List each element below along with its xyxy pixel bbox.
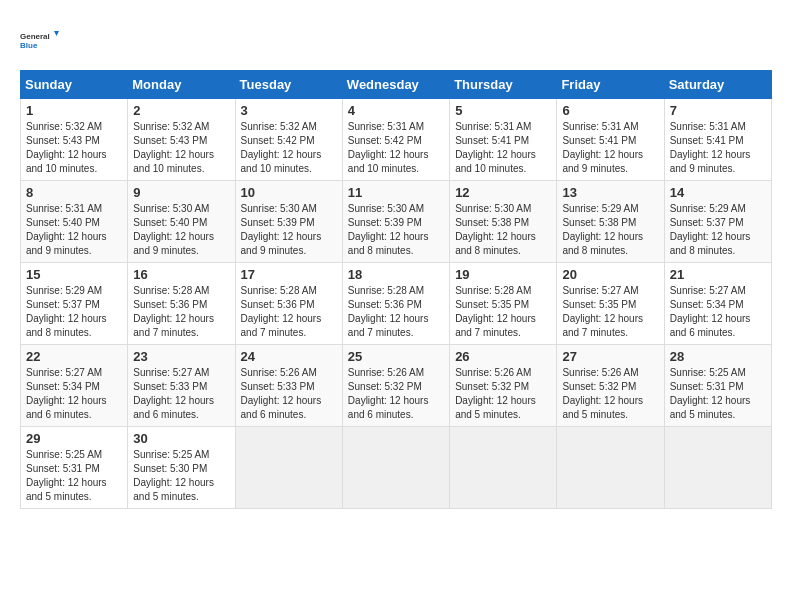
day-number: 12	[455, 185, 551, 200]
day-number: 18	[348, 267, 444, 282]
day-number: 4	[348, 103, 444, 118]
logo: General Blue	[20, 20, 60, 60]
calendar-cell: 8 Sunrise: 5:31 AM Sunset: 5:40 PM Dayli…	[21, 181, 128, 263]
calendar-cell: 29 Sunrise: 5:25 AM Sunset: 5:31 PM Dayl…	[21, 427, 128, 509]
day-number: 10	[241, 185, 337, 200]
weekday-header-saturday: Saturday	[664, 71, 771, 99]
day-number: 14	[670, 185, 766, 200]
weekday-header-sunday: Sunday	[21, 71, 128, 99]
calendar-cell: 21 Sunrise: 5:27 AM Sunset: 5:34 PM Dayl…	[664, 263, 771, 345]
day-number: 17	[241, 267, 337, 282]
calendar-cell: 11 Sunrise: 5:30 AM Sunset: 5:39 PM Dayl…	[342, 181, 449, 263]
day-number: 25	[348, 349, 444, 364]
calendar-cell: 19 Sunrise: 5:28 AM Sunset: 5:35 PM Dayl…	[450, 263, 557, 345]
calendar-cell	[450, 427, 557, 509]
day-number: 15	[26, 267, 122, 282]
svg-text:General: General	[20, 32, 50, 41]
day-info: Sunrise: 5:25 AM Sunset: 5:31 PM Dayligh…	[26, 448, 122, 504]
day-number: 20	[562, 267, 658, 282]
day-info: Sunrise: 5:26 AM Sunset: 5:33 PM Dayligh…	[241, 366, 337, 422]
day-info: Sunrise: 5:28 AM Sunset: 5:36 PM Dayligh…	[133, 284, 229, 340]
day-info: Sunrise: 5:31 AM Sunset: 5:41 PM Dayligh…	[670, 120, 766, 176]
calendar-cell: 5 Sunrise: 5:31 AM Sunset: 5:41 PM Dayli…	[450, 99, 557, 181]
day-info: Sunrise: 5:26 AM Sunset: 5:32 PM Dayligh…	[348, 366, 444, 422]
weekday-header-thursday: Thursday	[450, 71, 557, 99]
calendar-cell	[235, 427, 342, 509]
calendar-cell: 24 Sunrise: 5:26 AM Sunset: 5:33 PM Dayl…	[235, 345, 342, 427]
day-info: Sunrise: 5:31 AM Sunset: 5:41 PM Dayligh…	[562, 120, 658, 176]
calendar-cell: 9 Sunrise: 5:30 AM Sunset: 5:40 PM Dayli…	[128, 181, 235, 263]
day-info: Sunrise: 5:29 AM Sunset: 5:38 PM Dayligh…	[562, 202, 658, 258]
day-number: 19	[455, 267, 551, 282]
logo-svg: General Blue	[20, 20, 60, 60]
day-number: 27	[562, 349, 658, 364]
calendar-cell: 18 Sunrise: 5:28 AM Sunset: 5:36 PM Dayl…	[342, 263, 449, 345]
weekday-header-monday: Monday	[128, 71, 235, 99]
day-info: Sunrise: 5:32 AM Sunset: 5:43 PM Dayligh…	[133, 120, 229, 176]
calendar-cell: 12 Sunrise: 5:30 AM Sunset: 5:38 PM Dayl…	[450, 181, 557, 263]
weekday-row: SundayMondayTuesdayWednesdayThursdayFrid…	[21, 71, 772, 99]
calendar-cell: 14 Sunrise: 5:29 AM Sunset: 5:37 PM Dayl…	[664, 181, 771, 263]
day-number: 16	[133, 267, 229, 282]
calendar-week-2: 8 Sunrise: 5:31 AM Sunset: 5:40 PM Dayli…	[21, 181, 772, 263]
day-number: 26	[455, 349, 551, 364]
calendar-cell: 6 Sunrise: 5:31 AM Sunset: 5:41 PM Dayli…	[557, 99, 664, 181]
calendar-cell	[664, 427, 771, 509]
day-info: Sunrise: 5:29 AM Sunset: 5:37 PM Dayligh…	[26, 284, 122, 340]
svg-text:Blue: Blue	[20, 41, 38, 50]
calendar-week-3: 15 Sunrise: 5:29 AM Sunset: 5:37 PM Dayl…	[21, 263, 772, 345]
calendar-week-5: 29 Sunrise: 5:25 AM Sunset: 5:31 PM Dayl…	[21, 427, 772, 509]
day-info: Sunrise: 5:30 AM Sunset: 5:39 PM Dayligh…	[348, 202, 444, 258]
day-info: Sunrise: 5:32 AM Sunset: 5:43 PM Dayligh…	[26, 120, 122, 176]
calendar-cell: 25 Sunrise: 5:26 AM Sunset: 5:32 PM Dayl…	[342, 345, 449, 427]
calendar-cell: 3 Sunrise: 5:32 AM Sunset: 5:42 PM Dayli…	[235, 99, 342, 181]
calendar-cell: 4 Sunrise: 5:31 AM Sunset: 5:42 PM Dayli…	[342, 99, 449, 181]
day-number: 24	[241, 349, 337, 364]
calendar-cell: 22 Sunrise: 5:27 AM Sunset: 5:34 PM Dayl…	[21, 345, 128, 427]
day-info: Sunrise: 5:27 AM Sunset: 5:34 PM Dayligh…	[670, 284, 766, 340]
day-info: Sunrise: 5:29 AM Sunset: 5:37 PM Dayligh…	[670, 202, 766, 258]
calendar-cell: 2 Sunrise: 5:32 AM Sunset: 5:43 PM Dayli…	[128, 99, 235, 181]
weekday-header-wednesday: Wednesday	[342, 71, 449, 99]
day-number: 7	[670, 103, 766, 118]
day-number: 13	[562, 185, 658, 200]
calendar-cell: 16 Sunrise: 5:28 AM Sunset: 5:36 PM Dayl…	[128, 263, 235, 345]
day-number: 9	[133, 185, 229, 200]
calendar-cell: 20 Sunrise: 5:27 AM Sunset: 5:35 PM Dayl…	[557, 263, 664, 345]
day-number: 22	[26, 349, 122, 364]
calendar-cell: 30 Sunrise: 5:25 AM Sunset: 5:30 PM Dayl…	[128, 427, 235, 509]
day-info: Sunrise: 5:31 AM Sunset: 5:42 PM Dayligh…	[348, 120, 444, 176]
day-number: 21	[670, 267, 766, 282]
weekday-header-tuesday: Tuesday	[235, 71, 342, 99]
day-number: 3	[241, 103, 337, 118]
calendar-cell: 28 Sunrise: 5:25 AM Sunset: 5:31 PM Dayl…	[664, 345, 771, 427]
calendar-table: SundayMondayTuesdayWednesdayThursdayFrid…	[20, 70, 772, 509]
day-info: Sunrise: 5:28 AM Sunset: 5:36 PM Dayligh…	[348, 284, 444, 340]
day-number: 30	[133, 431, 229, 446]
calendar-cell: 15 Sunrise: 5:29 AM Sunset: 5:37 PM Dayl…	[21, 263, 128, 345]
day-number: 6	[562, 103, 658, 118]
svg-marker-2	[54, 31, 59, 36]
day-info: Sunrise: 5:31 AM Sunset: 5:41 PM Dayligh…	[455, 120, 551, 176]
day-info: Sunrise: 5:28 AM Sunset: 5:36 PM Dayligh…	[241, 284, 337, 340]
day-number: 2	[133, 103, 229, 118]
day-info: Sunrise: 5:30 AM Sunset: 5:38 PM Dayligh…	[455, 202, 551, 258]
calendar-cell	[557, 427, 664, 509]
page-header: General Blue	[20, 20, 772, 60]
calendar-cell: 7 Sunrise: 5:31 AM Sunset: 5:41 PM Dayli…	[664, 99, 771, 181]
day-info: Sunrise: 5:28 AM Sunset: 5:35 PM Dayligh…	[455, 284, 551, 340]
day-info: Sunrise: 5:31 AM Sunset: 5:40 PM Dayligh…	[26, 202, 122, 258]
day-info: Sunrise: 5:27 AM Sunset: 5:33 PM Dayligh…	[133, 366, 229, 422]
day-info: Sunrise: 5:27 AM Sunset: 5:35 PM Dayligh…	[562, 284, 658, 340]
day-info: Sunrise: 5:27 AM Sunset: 5:34 PM Dayligh…	[26, 366, 122, 422]
day-number: 29	[26, 431, 122, 446]
calendar-cell	[342, 427, 449, 509]
calendar-cell: 1 Sunrise: 5:32 AM Sunset: 5:43 PM Dayli…	[21, 99, 128, 181]
weekday-header-friday: Friday	[557, 71, 664, 99]
day-number: 11	[348, 185, 444, 200]
calendar-week-4: 22 Sunrise: 5:27 AM Sunset: 5:34 PM Dayl…	[21, 345, 772, 427]
day-info: Sunrise: 5:30 AM Sunset: 5:40 PM Dayligh…	[133, 202, 229, 258]
day-number: 5	[455, 103, 551, 118]
day-info: Sunrise: 5:32 AM Sunset: 5:42 PM Dayligh…	[241, 120, 337, 176]
calendar-cell: 26 Sunrise: 5:26 AM Sunset: 5:32 PM Dayl…	[450, 345, 557, 427]
